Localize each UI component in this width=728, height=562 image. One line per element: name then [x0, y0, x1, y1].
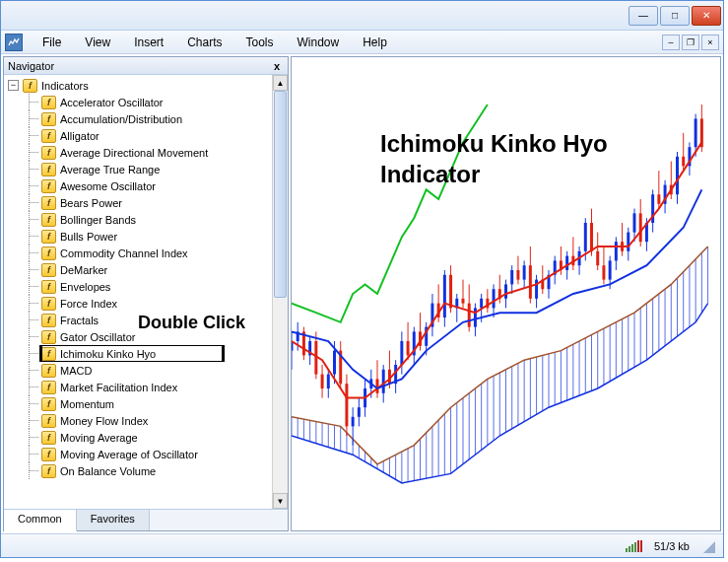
indicator-icon: f	[41, 263, 56, 277]
window-maximize-button[interactable]: □	[660, 6, 690, 26]
indicator-item[interactable]: fAwesome Oscillator	[4, 177, 272, 194]
child-restore-button[interactable]: ❐	[682, 35, 699, 50]
svg-rect-130	[474, 308, 477, 326]
indicator-icon: f	[41, 397, 56, 411]
tree-expand-indicators[interactable]: −	[8, 80, 19, 91]
indicator-item[interactable]: fMoney Flow Index	[4, 412, 272, 429]
navigator-scrollbar[interactable]: ▲ ▼	[272, 75, 288, 509]
navigator-title: Navigator	[8, 60, 54, 72]
indicator-item[interactable]: fOn Balance Volume	[4, 462, 272, 479]
indicator-label: Money Flow Index	[60, 415, 148, 427]
indicator-item[interactable]: fMarket Facilitation Index	[4, 379, 272, 395]
indicator-icon: f	[41, 347, 56, 361]
scroll-down-button[interactable]: ▼	[273, 493, 288, 509]
indicator-item[interactable]: fAverage True Range	[4, 161, 272, 177]
indicator-item[interactable]: fDeMarker	[4, 261, 272, 278]
svg-rect-160	[565, 256, 568, 270]
child-close-button[interactable]: ×	[701, 35, 719, 50]
indicator-item[interactable]: fIchimoku Kinko Hyo	[4, 345, 272, 362]
indicator-icon: f	[41, 330, 56, 344]
navigator-close-button[interactable]: x	[270, 59, 284, 73]
menu-window[interactable]: Window	[288, 34, 350, 51]
window-close-button[interactable]: ✕	[692, 6, 721, 26]
indicator-item[interactable]: fAlligator	[4, 127, 272, 144]
scroll-up-button[interactable]: ▲	[273, 75, 288, 91]
indicator-icon: f	[41, 246, 56, 260]
svg-rect-92	[358, 407, 361, 417]
svg-rect-176	[615, 242, 618, 260]
indicator-label: Average True Range	[60, 164, 160, 176]
indicator-item[interactable]: fBollinger Bands	[4, 211, 272, 228]
indicator-item[interactable]: fCommodity Channel Index	[4, 245, 272, 261]
indicator-label: Bears Power	[60, 197, 122, 209]
svg-rect-136	[493, 289, 496, 308]
indicator-icon: f	[41, 179, 56, 193]
svg-rect-146	[523, 265, 526, 279]
folder-icon: f	[23, 79, 37, 93]
menu-tools[interactable]: Tools	[236, 34, 284, 51]
indicator-icon: f	[41, 213, 56, 227]
chart-area[interactable]: Ichimoku Kinko Hyo Indicator	[291, 56, 721, 531]
scroll-thumb[interactable]	[274, 91, 287, 298]
resize-grip-icon[interactable]	[701, 539, 715, 553]
svg-rect-88	[345, 384, 348, 426]
navigator-tree: −fIndicatorsfAccelerator OscillatorfAccu…	[4, 75, 288, 509]
svg-rect-182	[633, 213, 636, 232]
tab-common[interactable]: Common	[4, 510, 77, 531]
indicator-item[interactable]: fGator Oscillator	[4, 328, 272, 345]
indicator-icon: f	[41, 448, 56, 461]
svg-rect-90	[352, 417, 355, 427]
indicator-icon: f	[41, 196, 56, 210]
svg-rect-202	[695, 118, 697, 147]
indicator-label: MACD	[60, 365, 92, 377]
indicator-label: Force Index	[60, 298, 117, 310]
indicator-label: Accumulation/Distribution	[60, 113, 182, 125]
indicator-item[interactable]: fBears Power	[4, 194, 272, 211]
indicator-label: Envelopes	[60, 281, 110, 293]
indicator-item[interactable]: fMACD	[4, 362, 272, 379]
svg-rect-168	[590, 223, 593, 251]
menu-help[interactable]: Help	[353, 34, 397, 51]
indicator-item[interactable]: fFractals	[4, 312, 272, 328]
svg-rect-184	[639, 213, 642, 242]
menu-file[interactable]: File	[33, 34, 71, 51]
indicator-icon: f	[41, 464, 56, 478]
indicator-icon: f	[41, 129, 56, 143]
indicator-icon: f	[41, 163, 56, 176]
child-minimize-button[interactable]: –	[662, 35, 680, 50]
indicator-item[interactable]: fEnvelopes	[4, 278, 272, 295]
menu-insert[interactable]: Insert	[124, 34, 173, 51]
indicator-label: Bollinger Bands	[60, 214, 136, 226]
svg-rect-166	[584, 223, 587, 251]
indicator-icon: f	[41, 297, 56, 311]
indicator-item[interactable]: fForce Index	[4, 295, 272, 312]
menu-charts[interactable]: Charts	[177, 34, 232, 51]
indicator-icon: f	[41, 280, 56, 294]
menu-view[interactable]: View	[75, 34, 120, 51]
tree-root-label[interactable]: Indicators	[41, 80, 89, 92]
indicator-icon: f	[41, 414, 56, 428]
indicator-item[interactable]: fAccumulation/Distribution	[4, 110, 272, 127]
svg-rect-142	[510, 270, 513, 284]
indicator-label: Alligator	[60, 130, 99, 142]
navigator-panel: Navigator x −fIndicatorsfAccelerator Osc…	[3, 56, 289, 531]
indicator-label: Moving Average of Oscillator	[60, 449, 198, 460]
svg-rect-82	[327, 375, 330, 388]
tab-favorites[interactable]: Favorites	[77, 510, 150, 530]
indicator-icon: f	[41, 146, 56, 160]
titlebar[interactable]: — □ ✕	[1, 1, 723, 31]
indicator-item[interactable]: fMoving Average	[4, 429, 272, 446]
indicator-label: Gator Oscillator	[60, 331, 135, 343]
svg-rect-108	[407, 341, 410, 355]
indicator-item[interactable]: fBulls Power	[4, 228, 272, 245]
svg-rect-196	[676, 157, 679, 194]
indicator-item[interactable]: fMomentum	[4, 395, 272, 412]
statusbar: 51/3 kb	[1, 533, 723, 557]
indicator-label: Ichimoku Kinko Hyo	[60, 348, 156, 360]
indicator-icon: f	[41, 112, 56, 126]
window-minimize-button[interactable]: —	[629, 6, 658, 26]
indicator-item[interactable]: fMoving Average of Oscillator	[4, 446, 272, 462]
indicator-item[interactable]: fAccelerator Oscillator	[4, 94, 272, 110]
svg-rect-80	[321, 375, 324, 388]
indicator-item[interactable]: fAverage Directional Movement	[4, 144, 272, 161]
